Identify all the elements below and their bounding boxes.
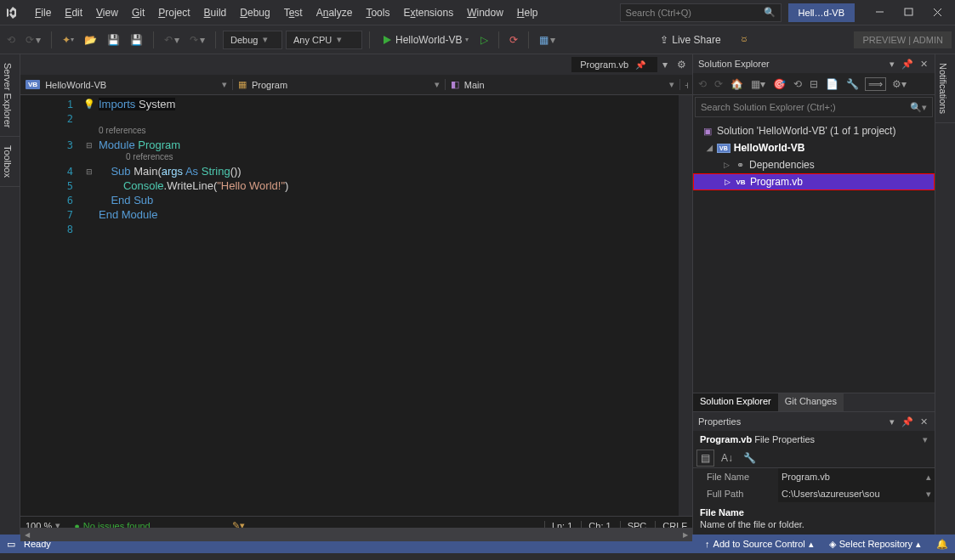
save-all-button[interactable]: 💾: [127, 32, 146, 48]
minimize-button[interactable]: [865, 1, 894, 25]
panel-dropdown-button[interactable]: ▾: [888, 59, 896, 70]
server-explorer-tab[interactable]: Server Explorer: [0, 54, 20, 137]
menu-build[interactable]: Build: [198, 4, 233, 21]
redo-button[interactable]: ↷: [186, 32, 208, 48]
method-icon: ◧: [451, 79, 459, 90]
nav-type-combo[interactable]: ▦ Program ▾: [233, 79, 446, 90]
expand-icon[interactable]: ◢: [705, 144, 713, 152]
se-collapse-button[interactable]: ⊟: [808, 76, 820, 92]
editor-vertical-scrollbar[interactable]: [679, 95, 692, 516]
panel-pin-button[interactable]: 📌: [900, 416, 915, 427]
lightbulb-icon[interactable]: 💡: [83, 99, 95, 110]
add-source-control-button[interactable]: ↑Add to Source Control▴: [705, 539, 814, 550]
panel-close-button[interactable]: ✕: [918, 416, 929, 427]
preview-admin-badge[interactable]: PREVIEW | ADMIN: [854, 31, 952, 48]
categorized-button[interactable]: ▤: [696, 450, 714, 467]
se-home-button[interactable]: 🏠: [729, 76, 745, 92]
tab-overflow-button[interactable]: ▾: [658, 56, 672, 73]
line-number: 4: [20, 164, 80, 178]
menu-edit[interactable]: Edit: [59, 4, 88, 21]
se-switch-view-button[interactable]: ▦▾: [749, 76, 767, 92]
tree-file-program[interactable]: ▷ VB Program.vb: [693, 173, 935, 190]
menu-git[interactable]: Git: [126, 4, 151, 21]
nav-member-combo[interactable]: ◧ Main ▾: [446, 79, 680, 90]
hot-reload-button[interactable]: ⟳: [506, 32, 521, 48]
nav-project-combo[interactable]: VB HelloWorld-VB ▾: [20, 79, 233, 90]
notifications-tab[interactable]: Notifications: [935, 54, 955, 123]
menu-view[interactable]: View: [90, 4, 124, 21]
tree-project-node[interactable]: ◢ VB HelloWorld-VB: [693, 139, 935, 156]
property-row[interactable]: Full Path C:\Users\azureuser\sou▾: [693, 485, 935, 502]
vs-logo-icon: [3, 3, 22, 22]
nav-back-button[interactable]: ⟲: [3, 32, 19, 48]
nav-forward-button[interactable]: ⟳: [22, 32, 44, 48]
props-wrench-button[interactable]: 🔧: [740, 450, 759, 466]
property-row[interactable]: File Name Program.vb▴: [693, 468, 935, 485]
se-back-button[interactable]: ⟲: [696, 76, 708, 92]
search-icon: 🔍▾: [910, 102, 927, 113]
se-sync-button[interactable]: 🎯: [771, 76, 787, 92]
se-forward-button[interactable]: ⟳: [713, 76, 725, 92]
toolbox-tab[interactable]: Toolbox: [0, 137, 20, 187]
split-editor-button[interactable]: ⫞: [680, 79, 692, 91]
expand-icon[interactable]: ▷: [723, 178, 731, 186]
panel-dropdown-button[interactable]: ▾: [888, 416, 896, 427]
maximize-button[interactable]: [894, 1, 923, 25]
panel-close-button[interactable]: ✕: [918, 59, 929, 70]
open-file-button[interactable]: 📂: [81, 32, 100, 48]
code-editor[interactable]: Imports System 0 references Module Progr…: [99, 95, 679, 516]
vb-file-icon: VB: [735, 178, 747, 186]
tree-dependencies-node[interactable]: ▷ ⚭ Dependencies: [693, 156, 935, 173]
fold-toggle[interactable]: ⊟: [80, 164, 99, 178]
menu-help[interactable]: Help: [511, 4, 544, 21]
menu-project[interactable]: Project: [152, 4, 196, 21]
fold-toggle[interactable]: ⊟: [80, 138, 99, 152]
solution-explorer-search[interactable]: Search Solution Explorer (Ctrl+;)🔍▾: [695, 97, 933, 117]
save-button[interactable]: 💾: [104, 32, 123, 48]
undo-button[interactable]: ↶: [161, 32, 183, 48]
tree-solution-node[interactable]: ▣ Solution 'HelloWorld-VB' (1 of 1 proje…: [693, 122, 935, 139]
menu-debug[interactable]: Debug: [234, 4, 276, 21]
start-debug-button[interactable]: HelloWorld-VB ▾: [377, 32, 474, 48]
live-share-button[interactable]: ⇪Live Share: [660, 34, 720, 46]
tab-settings-button[interactable]: ⚙: [673, 56, 691, 73]
pin-tab-icon[interactable]: 📌: [635, 60, 645, 70]
notification-bell-icon[interactable]: 🔔: [936, 539, 948, 550]
menu-file[interactable]: File: [29, 4, 57, 21]
solution-explorer-title: Solution Explorer: [698, 59, 770, 69]
menu-extensions[interactable]: Extensions: [397, 4, 459, 21]
global-search-input[interactable]: Search (Ctrl+Q) 🔍: [620, 3, 782, 22]
editor-horizontal-scrollbar[interactable]: ◀▶: [20, 528, 692, 541]
expand-icon[interactable]: ▷: [722, 161, 730, 169]
start-nodebug-button[interactable]: ▷: [477, 32, 492, 48]
platform-select[interactable]: Any CPU▾: [286, 31, 362, 49]
se-properties-button[interactable]: 🔧: [844, 76, 861, 92]
select-repository-button[interactable]: ◈Select Repository▴: [829, 539, 921, 550]
codelens-references[interactable]: 0 references: [99, 126, 679, 138]
step-controls-button[interactable]: ▦: [536, 32, 559, 48]
menu-window[interactable]: Window: [461, 4, 509, 21]
module-icon: ▦: [238, 79, 247, 90]
output-icon[interactable]: ▭: [7, 539, 15, 550]
close-button[interactable]: [923, 1, 952, 25]
se-refresh-button[interactable]: ⟲: [792, 76, 804, 92]
menu-analyze[interactable]: Analyze: [310, 4, 359, 21]
line-number: 6: [20, 193, 80, 207]
solution-title-button[interactable]: Hell…d-VB: [788, 3, 855, 22]
tab-git-changes[interactable]: Git Changes: [778, 393, 844, 411]
panel-pin-button[interactable]: 📌: [900, 59, 915, 70]
menu-tools[interactable]: Tools: [360, 4, 395, 21]
new-item-button[interactable]: ✦▾: [59, 32, 77, 48]
dependencies-icon: ⚭: [734, 160, 746, 171]
alphabetical-button[interactable]: A↓: [718, 450, 736, 466]
configuration-select[interactable]: Debug▾: [223, 31, 282, 49]
se-show-all-button[interactable]: 📄: [824, 76, 840, 92]
tab-solution-explorer[interactable]: Solution Explorer: [693, 393, 778, 411]
svg-rect-1: [905, 8, 912, 15]
se-preview-button[interactable]: ⟹: [865, 77, 886, 91]
document-tab-program[interactable]: Program.vb 📌: [571, 57, 657, 72]
feedback-button[interactable]: ఠ: [736, 32, 753, 48]
se-settings-button[interactable]: ⚙▾: [890, 76, 908, 92]
menu-test[interactable]: Test: [278, 4, 309, 21]
codelens-references[interactable]: 0 references: [99, 152, 679, 164]
